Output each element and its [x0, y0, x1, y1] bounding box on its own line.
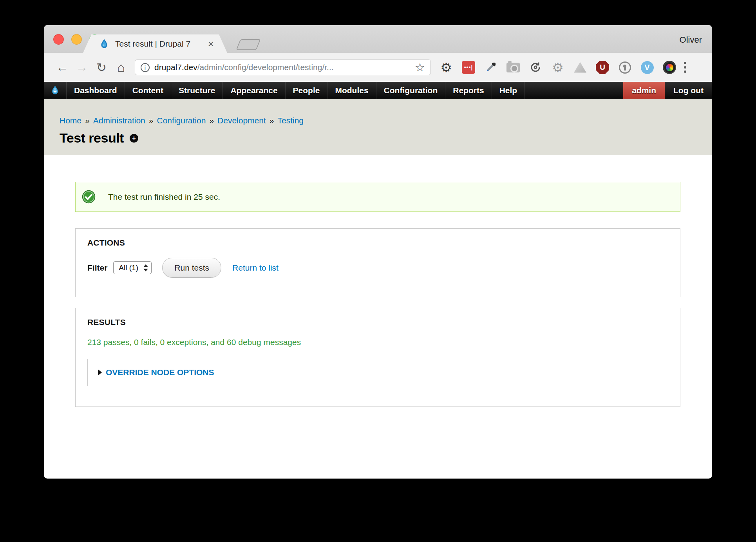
toolbar-item-dashboard[interactable]: Dashboard — [67, 82, 125, 99]
page-header: Home»Administration»Configuration»Develo… — [44, 99, 712, 155]
url-path: /admin/config/development/testing/r... — [197, 63, 334, 72]
success-check-icon — [82, 190, 96, 204]
drive-icon[interactable] — [573, 61, 587, 74]
run-tests-button[interactable]: Run tests — [162, 258, 221, 278]
userscript-gear-icon[interactable] — [551, 61, 564, 74]
bookmark-star-icon[interactable] — [415, 61, 425, 74]
toolbar-logout[interactable]: Log out — [665, 82, 712, 99]
collapsed-triangle-icon — [98, 369, 102, 376]
titlebar: Test result | Drupal 7 × Oliver — [44, 25, 712, 53]
tab-title: Test result | Drupal 7 — [115, 39, 204, 49]
reload-icon[interactable] — [92, 60, 111, 75]
url-text: drupal7.dev/admin/config/development/tes… — [154, 63, 334, 72]
toolbar-item-help[interactable]: Help — [492, 82, 525, 99]
breadcrumb-separator: » — [149, 116, 154, 125]
back-icon[interactable] — [52, 60, 72, 74]
results-legend: RESULTS — [87, 318, 668, 327]
breadcrumb: Home»Administration»Configuration»Develo… — [60, 116, 696, 125]
toolbar-spacer — [525, 82, 623, 99]
breadcrumb-home[interactable]: Home — [60, 116, 81, 125]
status-message-text: The test run finished in 25 sec. — [108, 192, 220, 202]
pass-summary: 213 passes, 0 fails, 0 exceptions, and 6… — [87, 338, 668, 347]
browser-window: Test result | Drupal 7 × Oliver drupal7.… — [44, 25, 712, 479]
breadcrumb-administration[interactable]: Administration — [93, 116, 145, 125]
sync-icon[interactable] — [529, 61, 542, 74]
camera-lens-icon[interactable] — [663, 61, 676, 74]
toolbar-item-structure[interactable]: Structure — [171, 82, 223, 99]
url-bar[interactable]: drupal7.dev/admin/config/development/tes… — [135, 60, 431, 75]
keyhole-icon[interactable] — [618, 61, 631, 74]
toolbar-item-people[interactable]: People — [286, 82, 328, 99]
page-info-icon[interactable] — [141, 63, 150, 72]
browser-tab[interactable]: Test result | Drupal 7 × — [83, 34, 227, 53]
extension-toolbar — [439, 61, 676, 74]
toolbar-item-appearance[interactable]: Appearance — [223, 82, 285, 99]
profile-name[interactable]: Oliver — [680, 35, 702, 45]
actions-legend: ACTIONS — [87, 238, 668, 248]
filter-label: Filter — [87, 263, 107, 273]
filter-select[interactable]: All (1) — [113, 261, 152, 274]
tab-close-icon[interactable]: × — [208, 39, 214, 49]
filter-select-value: All (1) — [119, 264, 143, 272]
eyedropper-icon[interactable] — [484, 61, 497, 74]
toolbar-user-admin[interactable]: admin — [623, 82, 665, 99]
close-window-button[interactable] — [53, 34, 64, 45]
select-stepper-icon — [143, 264, 148, 271]
toolbar-item-configuration[interactable]: Configuration — [376, 82, 446, 99]
breadcrumb-development[interactable]: Development — [217, 116, 266, 125]
toolbar-item-content[interactable]: Content — [125, 82, 171, 99]
minimize-window-button[interactable] — [71, 34, 82, 45]
browser-menu-icon[interactable] — [684, 62, 686, 73]
drupal-favicon-icon — [99, 38, 110, 49]
page-content: The test run finished in 25 sec. ACTIONS… — [44, 155, 712, 407]
forward-icon[interactable] — [72, 60, 92, 74]
settings-gear-icon[interactable] — [439, 61, 453, 74]
results-fieldset: RESULTS 213 passes, 0 fails, 0 exception… — [75, 308, 680, 407]
ublock-icon[interactable] — [596, 61, 609, 74]
drupal-admin-toolbar: Dashboard Content Structure Appearance P… — [44, 82, 712, 99]
desktop-background: Test result | Drupal 7 × Oliver drupal7.… — [0, 0, 756, 542]
toolbar-item-modules[interactable]: Modules — [327, 82, 376, 99]
vimium-icon[interactable] — [640, 61, 654, 74]
breadcrumb-separator: » — [85, 116, 90, 125]
home-icon[interactable] — [111, 60, 131, 75]
password-manager-icon[interactable] — [462, 61, 475, 74]
drupal-logo-icon[interactable] — [44, 82, 67, 99]
breadcrumb-separator: » — [269, 116, 274, 125]
override-node-options-link[interactable]: OVERRIDE NODE OPTIONS — [106, 368, 214, 377]
return-to-list-link[interactable]: Return to list — [232, 263, 279, 273]
actions-fieldset: ACTIONS Filter All (1) Run tests Return … — [75, 228, 680, 297]
breadcrumb-testing[interactable]: Testing — [278, 116, 304, 125]
browser-navbar: drupal7.dev/admin/config/development/tes… — [44, 53, 712, 82]
camera-icon[interactable] — [506, 61, 520, 74]
url-host: drupal7.dev — [154, 63, 197, 72]
override-node-options-fieldset[interactable]: OVERRIDE NODE OPTIONS — [87, 359, 668, 386]
breadcrumb-separator: » — [209, 116, 214, 125]
new-tab-button[interactable] — [236, 39, 260, 50]
breadcrumb-configuration[interactable]: Configuration — [157, 116, 206, 125]
page-title: Test result — [60, 130, 124, 146]
status-message: The test run finished in 25 sec. — [75, 182, 680, 212]
toolbar-item-reports[interactable]: Reports — [445, 82, 492, 99]
add-shortcut-icon[interactable] — [130, 134, 138, 143]
